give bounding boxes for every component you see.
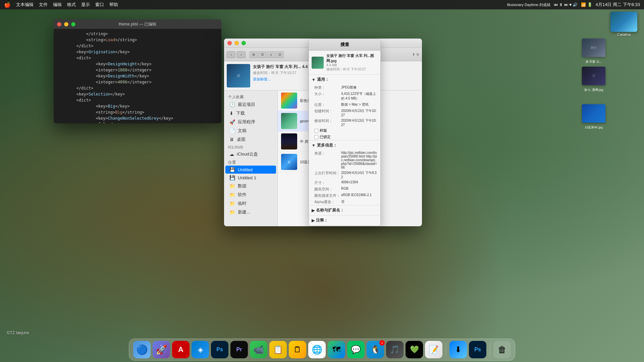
sidebar-section-locations: 位置 (224, 159, 277, 166)
sidebar-label-temp: 临时 (238, 200, 247, 206)
inspector-file-meta: 修改时间：昨天 下午10:27 (326, 67, 378, 72)
sidebar-item-desktop[interactable]: 🖥 桌面 (225, 135, 276, 144)
dock-item-autocad[interactable]: A (172, 341, 190, 358)
general-section-header[interactable]: ▼ 通用： (309, 75, 380, 84)
folder-icon: 📁 (229, 183, 235, 189)
checkbox-locked[interactable]: 已锁定 (309, 134, 380, 140)
selected-file-thumb: 图 (227, 64, 250, 87)
checkbox-template[interactable]: 样版 (309, 127, 380, 134)
row-color-profile: 颜色描述文件： sRGB IEC61966-2.1 (309, 192, 380, 199)
sidebar-item-icloud[interactable]: ☁ iCloud云盘 (225, 150, 276, 159)
file-thumb-2 (281, 113, 297, 129)
val-color-profile: sRGB IEC61966-2.1 (341, 193, 378, 198)
media-thumb-1[interactable]: 旅行 (582, 39, 605, 57)
sidebar-item-more[interactable]: 📁 新建... (225, 208, 276, 217)
dock-item-notes[interactable]: 📋 (269, 341, 287, 358)
inspector-file-size: 4.4 MB (326, 63, 378, 67)
action-icon[interactable]: ⚙ (416, 53, 419, 56)
qq-icon: 🐧 (370, 345, 380, 354)
inspector-section-name: ▶ 名称与扩展名： (309, 205, 380, 216)
sidebar-item-recent[interactable]: 🕐 最近项目 (225, 100, 276, 109)
media-thumb-3[interactable] (582, 104, 605, 123)
forward-button[interactable]: › (237, 51, 246, 58)
val-alpha: 否 (341, 199, 378, 204)
dock-item-chrome[interactable]: 🌐 (308, 341, 326, 358)
finder-maximize-button[interactable] (241, 41, 246, 45)
drive-icon: 💾 (229, 167, 235, 172)
maximize-button[interactable] (71, 22, 75, 26)
inspector-file-icon (312, 57, 324, 69)
window-menu[interactable]: 窗口 (95, 2, 104, 8)
view-column-button[interactable]: ⫿ (267, 51, 275, 58)
view-list-button[interactable]: ☰ (258, 51, 266, 58)
row-modified: 修改时间： 2020年4月13日 下午10:27 (309, 118, 380, 127)
finder-minimize-button[interactable] (234, 41, 239, 45)
sidebar-section-favorites: 个人收藏 (224, 93, 277, 100)
vscode-icon: ◈ (198, 346, 203, 354)
dock-item-ps2[interactable]: Ps (469, 341, 486, 358)
dock-item-stickies[interactable]: 🗒 (289, 341, 306, 358)
dock-item-finder[interactable]: 🔵 (133, 341, 151, 358)
code-line: </dict> (57, 85, 218, 91)
menubar-time: 4月14日 周二 下午8:33 (596, 2, 640, 8)
comments-section-header[interactable]: ▶ 注释： (309, 216, 380, 225)
catalina-icon[interactable]: Catalina (610, 12, 637, 37)
file-menu[interactable]: 文件 (39, 2, 48, 8)
dock-item-downloader[interactable]: ⬇ (449, 341, 467, 358)
sidebar-item-apps[interactable]: 🚀 应用程序 (225, 118, 276, 126)
close-button[interactable] (57, 22, 61, 26)
minimize-button[interactable] (64, 22, 68, 26)
sidebar-item-downloads[interactable]: ⬇ 下载 (225, 109, 276, 118)
dock-item-texteditor[interactable]: 📝 (425, 341, 442, 358)
code-line: <key>Origination</key> (57, 49, 218, 55)
template-checkbox[interactable] (314, 129, 318, 133)
chevron-right-icon-2: ▶ (312, 218, 315, 223)
view-menu[interactable]: 显示 (81, 2, 90, 8)
downloader-icon: ⬇ (455, 345, 462, 354)
sidebar-item-data[interactable]: 📁 数据 (225, 182, 276, 190)
dock-item-premiere[interactable]: Pr (230, 341, 248, 358)
dock-item-facetime[interactable]: 📹 (250, 341, 267, 358)
dock-item-istat[interactable]: 💚 (406, 341, 423, 358)
val-modified: 2020年4月13日 下午10:27 (341, 118, 378, 127)
media-thumb-2[interactable]: 图 (582, 67, 605, 85)
menubar: 🍎 文本编辑 文件 编辑 格式 显示 窗口 帮助 Illusionary Day… (0, 0, 644, 9)
dock-item-qq[interactable]: 🐧 1 (367, 341, 384, 358)
code-line: <integer>4096</integer> (57, 79, 218, 85)
edit-menu[interactable]: 编辑 (53, 2, 62, 8)
sidebar-item-temp[interactable]: 📁 临时 (225, 199, 276, 208)
apple-menu[interactable]: 🍎 (4, 2, 11, 8)
sidebar-item-docs[interactable]: 📄 文稿 (225, 126, 276, 135)
text-editor-window: theme.plist — 已编辑 </string> <string>Load… (54, 19, 221, 123)
help-menu[interactable]: 帮助 (109, 2, 118, 8)
view-icon-button[interactable]: ⊞ (250, 51, 258, 58)
row-dimensions: 尺寸： 4096×2304 (309, 180, 380, 186)
format-menu[interactable]: 格式 (67, 2, 76, 8)
dock-item-wechat[interactable]: 💬 (347, 341, 365, 358)
view-gallery-button[interactable]: ⊟ (276, 51, 284, 58)
general-label: 通用： (317, 77, 329, 82)
dock-item-music[interactable]: 🎵 (386, 341, 404, 358)
app-menu[interactable]: 文本编辑 (16, 2, 34, 8)
editor-content[interactable]: </string> <string>Load</string> </dict> … (54, 29, 221, 123)
catalina-thumbnail (610, 12, 637, 32)
share-icon[interactable]: ⬆ (412, 53, 415, 56)
locked-checkbox[interactable] (314, 135, 318, 139)
dock-item-launchpad[interactable]: 🚀 (153, 341, 170, 358)
dock-item-maps[interactable]: 🗺 (328, 341, 345, 358)
sidebar-item-untitled1[interactable]: 💾 Untitled 1 (225, 174, 276, 182)
dock-item-vscode[interactable]: ◈ (192, 341, 209, 358)
dock-item-photoshop[interactable]: Ps (211, 341, 228, 358)
back-button[interactable]: ‹ (227, 51, 235, 58)
name-section-header[interactable]: ▶ 名称与扩展名： (309, 205, 380, 215)
photoshop-icon: Ps (216, 347, 223, 353)
sidebar-label-icloud: iCloud云盘 (237, 151, 258, 157)
finder-close-button[interactable] (227, 41, 232, 45)
file-thumb-1 (281, 93, 297, 109)
open-with-section-header[interactable]: ▶ 打开方式： (309, 226, 380, 226)
sidebar-item-untitled[interactable]: 💾 Untitled (225, 166, 276, 174)
code-line: <key>DesignHeight</key> (57, 61, 218, 67)
more-section-header[interactable]: ▼ 更多信息： (309, 140, 380, 150)
sidebar-item-software[interactable]: 📁 软件 (225, 190, 276, 199)
dock-item-trash[interactable]: 🗑 (493, 341, 511, 358)
